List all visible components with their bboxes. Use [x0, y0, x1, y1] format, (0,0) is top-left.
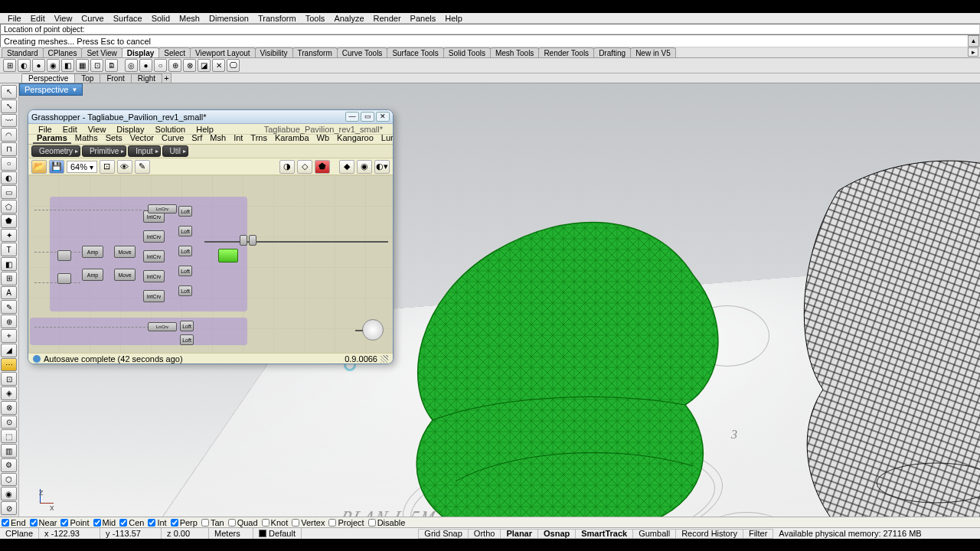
tool-icon[interactable]: ⬠ — [1, 200, 17, 214]
toolbar-icon[interactable]: ◉ — [47, 59, 60, 72]
gh-component[interactable]: Loft — [178, 266, 192, 276]
menu-mesh[interactable]: Mesh — [175, 14, 204, 23]
gh-tab-trns[interactable]: Trns — [247, 133, 271, 144]
command-prompt[interactable]: Creating meshes... Press Esc to cancel ▲ — [0, 34, 980, 47]
canvas-compass-icon[interactable] — [362, 319, 384, 341]
osnap-checkbox-near[interactable] — [30, 519, 38, 527]
gh-component-selected[interactable] — [218, 249, 238, 262]
osnap-perp[interactable]: Perp — [171, 518, 200, 527]
osnap-checkbox-disable[interactable] — [368, 519, 376, 527]
osnap-project[interactable]: Project — [328, 518, 366, 527]
menu-solid[interactable]: Solid — [147, 14, 175, 23]
tool-icon[interactable]: ✎ — [1, 300, 17, 314]
gh-tab-params[interactable]: Params — [33, 133, 71, 144]
gh-component[interactable]: Move — [114, 269, 136, 281]
zoom-extents-icon[interactable]: ⊡ — [100, 160, 115, 174]
toolbar-tab-solid-tools[interactable]: Solid Tools — [443, 47, 491, 57]
close-button[interactable]: ✕ — [376, 112, 390, 122]
gh-component[interactable] — [57, 250, 71, 261]
gh-tab-srf[interactable]: Srf — [188, 133, 206, 144]
tool-icon[interactable]: ⋯ — [1, 358, 17, 372]
toolbar-icon[interactable]: 🖵 — [227, 59, 240, 72]
gh-tab-lunchbox[interactable]: LunchBox — [377, 133, 394, 144]
status-cplane[interactable]: CPlane — [0, 528, 39, 539]
viewport-tab-perspective[interactable]: Perspective — [21, 73, 75, 83]
menu-transform[interactable]: Transform — [253, 14, 301, 23]
solver-settings-icon[interactable]: ◉ — [357, 160, 372, 174]
toolbar-icon[interactable]: ● — [139, 59, 152, 72]
menu-edit[interactable]: Edit — [26, 14, 50, 23]
osnap-int[interactable]: Int — [148, 518, 168, 527]
tool-icon[interactable]: ↖ — [1, 85, 17, 99]
toolbar-icon[interactable]: ▦ — [76, 59, 89, 72]
gh-tab-maths[interactable]: Maths — [71, 133, 102, 144]
grasshopper-doc-name[interactable]: Tagliabue_Pavilion_rev1_small* — [259, 125, 388, 134]
minimize-button[interactable]: — — [345, 112, 359, 122]
gh-component[interactable]: Loft — [178, 246, 192, 256]
menu-surface[interactable]: Surface — [109, 14, 147, 23]
status-units[interactable]: Meters — [209, 528, 253, 539]
command-scroll-up-icon[interactable]: ▲ — [968, 35, 979, 47]
toolbar-icon[interactable]: ◧ — [61, 59, 74, 72]
tool-icon[interactable]: ⤡ — [1, 99, 17, 113]
preview-wire-icon[interactable]: ◇ — [297, 160, 312, 174]
tool-icon[interactable]: ⌖ — [1, 329, 17, 343]
menu-render[interactable]: Render — [369, 14, 406, 23]
osnap-checkbox-cen[interactable] — [119, 519, 127, 527]
toolbar-tab-set-view[interactable]: Set View — [81, 47, 122, 57]
menu-file[interactable]: File — [3, 14, 26, 23]
component-group[interactable] — [30, 318, 247, 345]
osnap-checkbox-end[interactable] — [2, 519, 9, 527]
tool-icon[interactable]: ◧ — [1, 257, 17, 271]
gh-component[interactable]: Move — [114, 246, 136, 258]
gh-component[interactable]: Loft — [178, 206, 192, 217]
gh-tab-int[interactable]: Int — [230, 133, 247, 144]
status-toggle-gumball[interactable]: Gumball — [632, 529, 676, 539]
tool-icon[interactable]: ◠ — [1, 128, 17, 142]
toolbar-tab-render-tools[interactable]: Render Tools — [538, 47, 594, 57]
toolbar-icon[interactable]: ⊞ — [3, 59, 16, 72]
gh-tab-vector[interactable]: Vector — [126, 133, 158, 144]
osnap-disable[interactable]: Disable — [368, 518, 408, 527]
tool-icon[interactable]: ✦ — [1, 229, 17, 243]
status-toggle-record-history[interactable]: Record History — [675, 529, 743, 539]
grasshopper-titlebar[interactable]: Grasshopper - Tagliabue_Pavilion_rev1_sm… — [28, 110, 393, 124]
viewport-tab-right[interactable]: Right — [131, 73, 162, 83]
menu-analyze[interactable]: Analyze — [329, 14, 368, 23]
toolbar-tab-select[interactable]: Select — [158, 47, 191, 57]
toolbar-icon[interactable]: ● — [32, 59, 45, 72]
toolbar-tab-drafting[interactable]: Drafting — [593, 47, 631, 57]
gh-component[interactable]: IntCrv — [143, 230, 165, 243]
tool-icon[interactable]: 〰 — [1, 114, 17, 128]
gh-panel[interactable]: LnCrv — [148, 322, 177, 331]
gh-menu-edit[interactable]: Edit — [57, 125, 83, 134]
chevron-down-icon[interactable]: ▼ — [71, 86, 77, 93]
osnap-near[interactable]: Near — [30, 518, 60, 527]
osnap-checkbox-perp[interactable] — [171, 519, 178, 527]
gh-shelf-primitive[interactable]: Primitive▸ — [82, 145, 126, 157]
toolbar-tab-transform[interactable]: Transform — [292, 47, 338, 57]
preview-disabled-icon[interactable]: ⬟ — [315, 160, 330, 174]
gh-component[interactable]: Amp — [82, 246, 103, 258]
gh-component[interactable]: IntCrv — [143, 270, 165, 282]
toolbar-tab-mesh-tools[interactable]: Mesh Tools — [490, 47, 539, 57]
viewport-tab-front[interactable]: Front — [100, 73, 131, 83]
gh-tab-karamba[interactable]: Karamba — [271, 133, 313, 144]
resize-grip-icon[interactable] — [381, 355, 388, 363]
menu-view[interactable]: View — [50, 14, 77, 23]
tool-icon[interactable]: ⊞ — [1, 272, 17, 285]
tool-icon[interactable]: ◐ — [1, 171, 17, 185]
gh-tab-curve[interactable]: Curve — [158, 133, 188, 144]
gh-tab-wb[interactable]: Wb — [313, 133, 334, 144]
tool-icon[interactable]: ⊙ — [1, 416, 17, 429]
toolbar-icon[interactable]: ◎ — [125, 59, 138, 72]
osnap-cen[interactable]: Cen — [119, 518, 146, 527]
tool-icon[interactable]: ⊓ — [1, 142, 17, 156]
status-toggle-smarttrack[interactable]: SmartTrack — [575, 529, 633, 539]
open-file-icon[interactable]: 📂 — [31, 160, 47, 174]
tool-icon[interactable]: ⊡ — [1, 372, 17, 386]
status-toggle-filter[interactable]: Filter — [743, 529, 773, 539]
gh-component[interactable]: Loft — [180, 321, 194, 331]
gh-tab-msh[interactable]: Msh — [206, 133, 230, 144]
toolbar-icon[interactable]: 🗎 — [105, 59, 118, 72]
